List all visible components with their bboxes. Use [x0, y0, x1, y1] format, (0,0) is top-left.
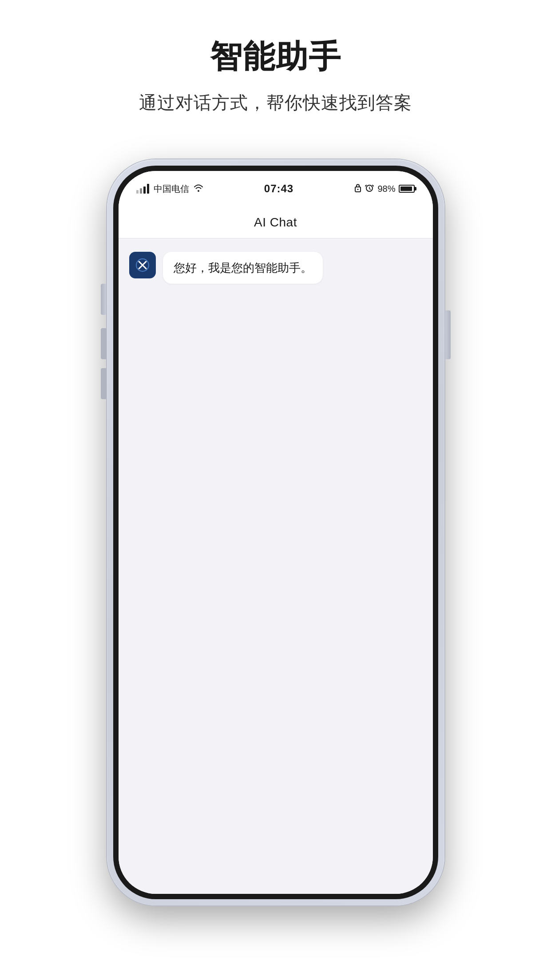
signal-bar-2 [140, 188, 142, 194]
navigation-bar: AI Chat [119, 206, 433, 238]
battery-fill [400, 186, 412, 191]
status-left: 中国电信 [136, 183, 203, 195]
bot-avatar-inner [129, 252, 156, 278]
phone-mockup: 中国电信 07:43 [107, 159, 444, 905]
bot-avatar [129, 252, 156, 278]
signal-bar-4 [147, 184, 149, 194]
phone-outer-shell: 中国电信 07:43 [107, 159, 444, 905]
page-subtitle: 通过对话方式，帮你快速找到答案 [139, 91, 412, 115]
wifi-icon [194, 184, 203, 194]
signal-bars-icon [136, 184, 149, 194]
svg-point-1 [357, 189, 359, 190]
chat-message-bot: 您好，我是您的智能助手。 [129, 252, 422, 284]
status-time: 07:43 [264, 183, 293, 195]
nav-title: AI Chat [254, 215, 297, 230]
phone-screen: 中国电信 07:43 [119, 171, 433, 894]
signal-bar-1 [136, 190, 139, 194]
status-bar: 中国电信 07:43 [119, 171, 433, 206]
lock-icon [354, 183, 361, 194]
battery-percent: 98% [377, 184, 395, 194]
page-header: 智能助手 通过对话方式，帮你快速找到答案 [139, 36, 412, 115]
phone-inner-frame: 中国电信 07:43 [113, 166, 438, 899]
chat-area[interactable]: 您好，我是您的智能助手。 [119, 238, 433, 894]
bot-message-bubble: 您好，我是您的智能助手。 [163, 252, 323, 284]
signal-bar-3 [143, 186, 146, 194]
status-right: 98% [354, 183, 415, 194]
battery-icon [399, 185, 415, 193]
page-title: 智能助手 [139, 36, 412, 78]
alarm-icon [365, 183, 374, 194]
carrier-name: 中国电信 [154, 183, 189, 195]
